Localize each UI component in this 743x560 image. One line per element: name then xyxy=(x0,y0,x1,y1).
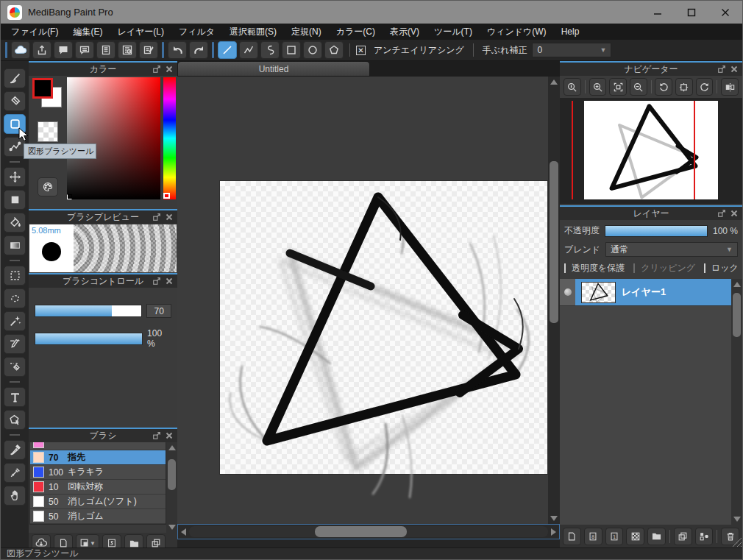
shape-ellipse-button[interactable] xyxy=(303,41,322,59)
toolbar-grip[interactable] xyxy=(212,42,214,58)
popout-icon[interactable] xyxy=(717,209,726,218)
merge-layer-button[interactable] xyxy=(695,528,714,545)
brush-row-partial[interactable] xyxy=(30,442,166,450)
brush-control-header[interactable]: ブラシコントロール xyxy=(29,274,177,288)
reset-rotation-button[interactable] xyxy=(675,78,693,96)
menu-layer[interactable]: レイヤー(L) xyxy=(110,24,171,40)
brush-panel-header[interactable]: ブラシ xyxy=(29,429,177,442)
new-8bit-layer-button[interactable]: 8 xyxy=(584,528,602,545)
scroll-right-icon[interactable] xyxy=(551,528,556,536)
close-button[interactable] xyxy=(708,1,742,24)
select-rect-tool[interactable] xyxy=(4,266,26,286)
scrollbar-thumb[interactable] xyxy=(550,161,558,323)
layer-row-1[interactable]: レイヤー1 xyxy=(560,279,731,306)
gradient-tool[interactable] xyxy=(4,235,26,255)
brush-size-slider[interactable] xyxy=(35,305,142,317)
rotate-right-button[interactable] xyxy=(696,78,714,96)
shape-line-button[interactable] xyxy=(218,41,237,59)
canvas-vertical-scrollbar[interactable] xyxy=(548,77,560,524)
layer-visibility-toggle[interactable] xyxy=(560,279,575,305)
close-icon[interactable] xyxy=(165,431,174,440)
minimize-button[interactable] xyxy=(641,1,675,24)
popout-icon[interactable] xyxy=(152,431,161,440)
scroll-down-icon[interactable] xyxy=(550,516,558,521)
eraser-tool[interactable] xyxy=(4,91,26,111)
scroll-down-icon[interactable] xyxy=(733,517,741,522)
canvas-viewport[interactable] xyxy=(177,77,548,524)
menu-help[interactable]: Help xyxy=(554,24,587,40)
scroll-up-icon[interactable] xyxy=(168,445,176,450)
menu-filter[interactable]: フィルタ xyxy=(171,24,222,40)
move-tool[interactable] xyxy=(4,167,26,187)
layers-header[interactable]: レイヤー xyxy=(560,207,742,220)
zoom-in-button[interactable] xyxy=(589,78,607,96)
brush-row-fingertip[interactable]: 70指先 xyxy=(30,450,166,465)
clipping-checkbox[interactable] xyxy=(633,263,635,273)
shape-curve-button[interactable] xyxy=(260,41,280,59)
canvas[interactable] xyxy=(220,181,547,474)
close-icon[interactable] xyxy=(165,213,174,221)
scrollbar-track[interactable] xyxy=(189,526,548,537)
sv-marker[interactable] xyxy=(67,194,72,199)
background-color-swatch[interactable] xyxy=(41,87,62,107)
eyedropper-tool[interactable] xyxy=(4,440,26,460)
scrollbar-thumb[interactable] xyxy=(168,459,176,490)
scroll-up-icon[interactable] xyxy=(550,79,558,85)
shape-rectangle-button[interactable] xyxy=(282,41,301,59)
new-layer-button[interactable] xyxy=(563,528,581,545)
navigator-header[interactable]: ナビゲーター xyxy=(560,63,742,76)
zoom-out-button[interactable] xyxy=(630,78,647,96)
popout-icon[interactable] xyxy=(717,65,726,74)
new-halftone-layer-button[interactable] xyxy=(626,528,644,545)
toolbar-grip[interactable] xyxy=(5,42,7,58)
popout-icon[interactable] xyxy=(152,213,161,221)
brush-row-sparkle[interactable]: 100キラキラ xyxy=(30,465,166,480)
stabilizer-dropdown[interactable]: 0 ▼ xyxy=(532,43,611,57)
antialias-checkbox[interactable]: ✕ xyxy=(356,46,366,55)
cloud-button[interactable] xyxy=(11,41,30,59)
brush-list-scrollbar[interactable] xyxy=(166,442,177,533)
toolbar-grip[interactable] xyxy=(162,42,164,58)
new-layer-folder-button[interactable] xyxy=(647,528,666,545)
hue-marker[interactable] xyxy=(163,193,170,199)
scroll-up-icon[interactable] xyxy=(733,282,741,287)
text-tool[interactable] xyxy=(4,387,26,407)
saturation-value-square[interactable] xyxy=(67,77,160,199)
maximize-button[interactable] xyxy=(675,1,708,24)
brush-tool[interactable] xyxy=(4,68,26,88)
document-tab[interactable]: Untitled xyxy=(177,61,370,77)
document-icon[interactable] xyxy=(96,41,115,59)
brush-preview-header[interactable]: ブラシプレビュー xyxy=(29,210,177,224)
brush-row-rotational-symmetry[interactable]: 10回転対称 xyxy=(30,480,166,495)
brush-row-eraser-soft[interactable]: 50消しゴム(ソフト) xyxy=(30,495,166,509)
brush-row-eraser[interactable]: 50消しゴム xyxy=(30,509,166,524)
rotate-left-button[interactable] xyxy=(655,78,672,96)
div-tool[interactable] xyxy=(4,463,26,483)
blend-mode-dropdown[interactable]: 通常 ▼ xyxy=(605,242,738,257)
menu-color[interactable]: カラー(C) xyxy=(329,24,383,40)
comment-icon[interactable] xyxy=(54,41,73,59)
protect-alpha-checkbox[interactable] xyxy=(564,263,566,273)
scrollbar-thumb[interactable] xyxy=(733,293,741,337)
shape-polyline-button[interactable] xyxy=(239,41,258,59)
menu-tool[interactable]: ツール(T) xyxy=(427,24,480,40)
menu-window[interactable]: ウィンドウ(W) xyxy=(480,24,554,40)
palette-button[interactable] xyxy=(38,177,58,196)
popout-icon[interactable] xyxy=(152,277,161,286)
menu-file[interactable]: ファイル(F) xyxy=(4,24,65,40)
popout-icon[interactable] xyxy=(152,65,161,74)
menu-ruler[interactable]: 定規(N) xyxy=(284,24,329,40)
comment-lines-icon[interactable] xyxy=(75,41,94,59)
publish-icon[interactable] xyxy=(32,41,51,59)
bucket-tool[interactable] xyxy=(4,213,26,233)
hand-tool[interactable] xyxy=(4,486,26,506)
foreground-color-swatch[interactable] xyxy=(32,78,53,99)
close-icon[interactable] xyxy=(165,277,174,286)
new-1bit-layer-button[interactable]: 1 xyxy=(605,528,624,545)
menu-select[interactable]: 選択範囲(S) xyxy=(222,24,284,40)
scroll-left-icon[interactable] xyxy=(181,528,186,536)
menu-edit[interactable]: 編集(E) xyxy=(65,24,110,40)
operation-tool[interactable] xyxy=(4,410,26,430)
flip-horizontal-button[interactable] xyxy=(721,78,739,96)
layer-opacity-slider[interactable] xyxy=(605,225,708,237)
